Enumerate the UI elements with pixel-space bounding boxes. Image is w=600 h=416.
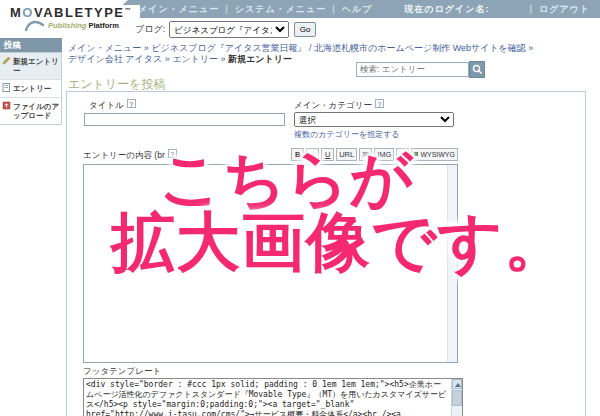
help-icon[interactable]: ? [168,149,177,158]
entry-body-container [83,164,458,363]
breadcrumb-line1[interactable]: メイン・メニュー » ビジネスブログ『アイタス営業日報』 / 北海道札幌市のホー… [68,43,533,53]
footer-template-scrollbar[interactable] [451,379,462,416]
footer-template-textarea[interactable]: <div style="border : #ccc 1px solid; pad… [84,379,462,416]
logout-link[interactable]: ログアウト [539,3,590,16]
top-nav-bar: メイン・メニュー | システム・メニュー | ヘルプ 現在のログイン名: | ロ… [108,0,600,18]
logo-tagline: Publishing Platform [48,21,119,30]
sidebar-item-entries[interactable]: エントリー [0,80,61,98]
entry-document-icon [2,83,11,92]
entry-body-label: エントリーの内容 (br? [83,149,177,162]
nav-main-menu[interactable]: メイン・メニュー [138,3,219,16]
go-button[interactable]: Go [294,22,316,37]
bold-button[interactable]: B [291,148,304,161]
blog-selector-bar: ブログ: ビジネスブログ『アイタス営業日報』 Go [135,21,316,38]
title-field-label: タイトル? [89,99,136,112]
wysiwyg-status-icon [414,152,418,156]
main-category-select[interactable]: 選択 [294,112,454,127]
search-input[interactable] [356,62,469,77]
breadcrumb-line2-links[interactable]: デザイン会社 アイタス » エントリー » [68,54,228,64]
movable-type-admin-page: メイン・メニュー | システム・メニュー | ヘルプ 現在のログイン名: | ロ… [0,0,600,416]
italic-button[interactable]: I [306,148,319,161]
sidebar-item-new-entry[interactable]: 新規エントリー [0,53,61,80]
sidebar-item-label: エントリー [13,84,51,93]
multiple-categories-link[interactable]: 複数のカテゴリーを指定する [294,129,400,140]
underline-button[interactable]: U [321,148,334,161]
login-name-label: 現在のログイン名: [404,3,489,16]
nav-separator: | [225,4,229,14]
nav-system-menu[interactable]: システム・メニュー [235,3,326,16]
breadcrumb-current: 新規エントリー [228,54,292,64]
help-icon[interactable]: ? [127,99,136,108]
email-button[interactable]: ✉ [359,148,372,161]
upload-file-icon [2,101,11,110]
scroll-up-icon[interactable] [452,379,462,389]
movabletype-logo: MOVABLETYPE™ Publishing Platform [10,5,140,39]
blog-select[interactable]: ビジネスブログ『アイタス営業日報』 [169,21,289,38]
sidebar-header-posting: 投稿 [0,38,62,52]
nav-help[interactable]: ヘルプ [342,3,373,16]
entry-form-panel: タイトル? メイン・カテゴリー? 選択 複数のカテゴリーを指定する エントリーの… [66,91,586,416]
scrollbar-thumb[interactable] [452,390,462,406]
image-button[interactable]: IMG [374,148,394,161]
sidebar-item-label: 新規エントリー [13,57,60,75]
footer-template-container: <div style="border : #ccc 1px solid; pad… [83,378,463,416]
sidebar-menu: 新規エントリー エントリー ファイルのアップロード [0,52,62,125]
search-button[interactable] [469,61,485,78]
blog-label: ブログ: [135,23,165,36]
logo-swoosh-icon [24,18,46,32]
entry-body-textarea[interactable] [84,165,457,362]
sidebar-item-upload-file[interactable]: ファイルのアップロード [0,98,61,124]
new-entry-pencil-icon [2,56,11,65]
wysiwyg-toggle-button[interactable]: WYSIWYG [411,148,458,161]
category-field-label: メイン・カテゴリー? [294,99,384,112]
breadcrumb: メイン・メニュー » ビジネスブログ『アイタス営業日報』 / 北海道札幌市のホー… [68,43,593,65]
editor-toolbar: B I U URL ✉ IMG ↶ WYSIWYG [291,148,458,161]
link-button[interactable]: URL [336,148,357,161]
help-icon[interactable]: ? [375,99,384,108]
nav-separator: | [529,4,533,14]
entry-title-input[interactable] [84,113,285,126]
entry-body-scrollbar[interactable] [447,165,457,362]
login-area: 現在のログイン名: | ログアウト [404,3,600,16]
footer-template-label: フッタテンプレート [83,366,161,378]
search-icon [472,64,483,75]
nav-separator: | [332,4,336,14]
sidebar-item-label: ファイルのアップロード [13,102,60,120]
undo-button[interactable]: ↶ [396,148,409,161]
entry-search [356,61,485,78]
